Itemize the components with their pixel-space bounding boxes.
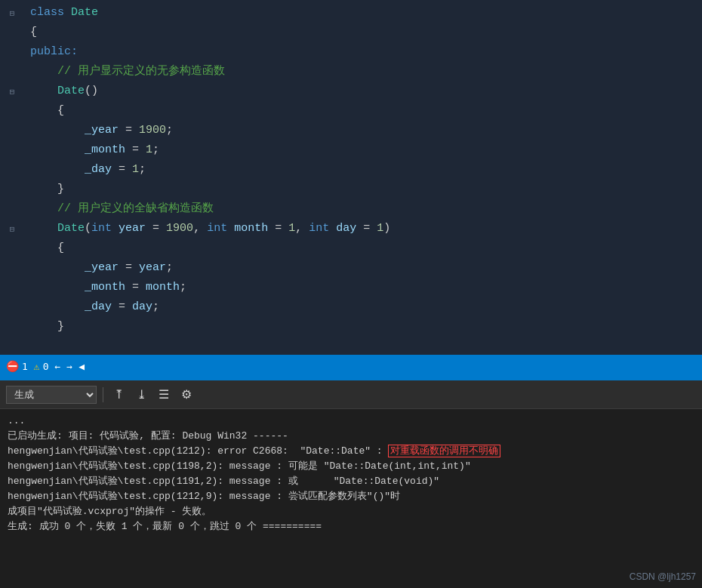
code-line-13: { bbox=[0, 239, 702, 258]
output-content: ... 已启动生成: 项目: 代码试验, 配置: Debug Win32 ---… bbox=[0, 409, 702, 588]
nav-forward[interactable]: → bbox=[66, 361, 72, 372]
scroll-down-icon: ⤓ bbox=[137, 387, 146, 402]
output-line-summary: 生成: 成功 0 个，失败 1 个，最新 0 个，跳过 0 个 ========… bbox=[8, 519, 694, 534]
app-container: ⊟ class Date { public: // 用户显示定义的无参构造函数 bbox=[0, 0, 702, 588]
back-arrow-icon: ← bbox=[54, 361, 60, 372]
code-line-9: _day = 1; bbox=[0, 160, 702, 180]
output-line-ellipsis: ... bbox=[8, 414, 694, 429]
nav-back[interactable]: ← bbox=[54, 361, 60, 372]
code-line-2: { bbox=[0, 23, 702, 42]
code-editor: ⊟ class Date { public: // 用户显示定义的无参构造函数 bbox=[0, 0, 702, 355]
gutter-1: ⊟ bbox=[0, 8, 24, 18]
code-text-13: { bbox=[24, 239, 64, 258]
code-text-3: public: bbox=[24, 42, 78, 62]
nav-triangle[interactable]: ◀ bbox=[79, 361, 85, 372]
output-line-start: 已启动生成: 项目: 代码试验, 配置: Debug Win32 ------ bbox=[8, 429, 694, 444]
csdn-watermark: CSDN @ljh1257 bbox=[630, 571, 696, 582]
code-line-5: ⊟ Date() bbox=[0, 82, 702, 101]
toolbar-btn-clear[interactable]: ☰ bbox=[155, 386, 173, 404]
code-line-17: } bbox=[0, 317, 702, 337]
warning-count[interactable]: ⚠ 0 bbox=[34, 361, 49, 372]
error-icon: ⛔ bbox=[6, 360, 19, 372]
code-text-7: _year = 1900; bbox=[24, 121, 173, 140]
triangle-icon: ◀ bbox=[79, 361, 85, 372]
fold-icon-5[interactable]: ⊟ bbox=[10, 87, 15, 97]
code-line-14: _year = year; bbox=[0, 258, 702, 278]
toolbar-btn-scroll-down[interactable]: ⤓ bbox=[132, 386, 150, 404]
gutter-12: ⊟ bbox=[0, 224, 24, 234]
code-text-2: { bbox=[24, 23, 37, 42]
code-content: ⊟ class Date { public: // 用户显示定义的无参构造函数 bbox=[0, 0, 702, 340]
code-text-5: Date() bbox=[24, 82, 98, 101]
code-text-10: } bbox=[24, 180, 64, 199]
output-line-msg3: hengwenjian\代码试验\test.cpp(1212,9): messa… bbox=[8, 489, 694, 504]
forward-arrow-icon: → bbox=[66, 361, 72, 372]
code-line-16: _day = day; bbox=[0, 297, 702, 317]
code-text-17: } bbox=[24, 317, 64, 337]
code-line-10: } bbox=[0, 180, 702, 199]
code-text-16: _day = day; bbox=[24, 297, 159, 317]
toolbar-divider-1 bbox=[103, 387, 103, 402]
gutter-5: ⊟ bbox=[0, 87, 24, 97]
output-toolbar: 生成 ⤒ ⤓ ☰ ⚙ bbox=[0, 380, 702, 409]
error-highlight: 对重载函数的调用不明确 bbox=[388, 445, 500, 457]
code-text-9: _day = 1; bbox=[24, 160, 146, 180]
code-text-4: // 用户显示定义的无参构造函数 bbox=[24, 62, 225, 82]
code-line-8: _month = 1; bbox=[0, 140, 702, 160]
code-text-8: _month = 1; bbox=[24, 140, 159, 160]
code-line-15: _month = month; bbox=[0, 278, 702, 297]
code-text-15: _month = month; bbox=[24, 278, 186, 297]
code-line-6: { bbox=[0, 101, 702, 121]
toolbar-btn-settings[interactable]: ⚙ bbox=[177, 386, 196, 404]
output-line-msg2: hengwenjian\代码试验\test.cpp(1191,2): messa… bbox=[8, 474, 694, 489]
code-line-11: // 用户定义的全缺省构造函数 bbox=[0, 199, 702, 219]
error-number: 1 bbox=[22, 361, 28, 372]
clear-icon: ☰ bbox=[159, 387, 169, 402]
warning-icon: ⚠ bbox=[34, 361, 40, 372]
output-line-fail: 成项目"代码试验.vcxproj"的操作 - 失败。 bbox=[8, 504, 694, 519]
settings-icon: ⚙ bbox=[181, 387, 192, 402]
code-text-14: _year = year; bbox=[24, 258, 173, 278]
warning-number: 0 bbox=[43, 361, 49, 372]
output-line-msg1: hengwenjian\代码试验\test.cpp(1198,2): messa… bbox=[8, 459, 694, 474]
toolbar-btn-scroll-up[interactable]: ⤒ bbox=[109, 386, 128, 404]
status-bar: ⛔ 1 ⚠ 0 ← → ◀ bbox=[0, 355, 702, 377]
fold-icon-12[interactable]: ⊟ bbox=[10, 224, 15, 234]
code-text-12: Date(int year = 1900, int month = 1, int… bbox=[24, 219, 390, 239]
output-panel: 生成 ⤒ ⤓ ☰ ⚙ ... 已启动生成: 项目: 代码试验, 配置: Debu… bbox=[0, 380, 702, 588]
code-text-6: { bbox=[24, 101, 64, 121]
code-text-1: class Date bbox=[24, 3, 98, 23]
code-line-3: public: bbox=[0, 42, 702, 62]
fold-icon-1[interactable]: ⊟ bbox=[10, 8, 15, 18]
scroll-up-icon: ⤒ bbox=[114, 387, 124, 402]
output-dropdown[interactable]: 生成 bbox=[6, 386, 97, 404]
code-text-11: // 用户定义的全缺省构造函数 bbox=[24, 199, 214, 219]
error-count[interactable]: ⛔ 1 bbox=[6, 360, 28, 372]
code-line-4: // 用户显示定义的无参构造函数 bbox=[0, 62, 702, 82]
code-line-12: ⊟ Date(int year = 1900, int month = 1, i… bbox=[0, 219, 702, 239]
code-line-1: ⊟ class Date bbox=[0, 3, 702, 23]
output-line-error1: hengwenjian\代码试验\test.cpp(1212): error C… bbox=[8, 444, 694, 459]
code-line-7: _year = 1900; bbox=[0, 121, 702, 140]
